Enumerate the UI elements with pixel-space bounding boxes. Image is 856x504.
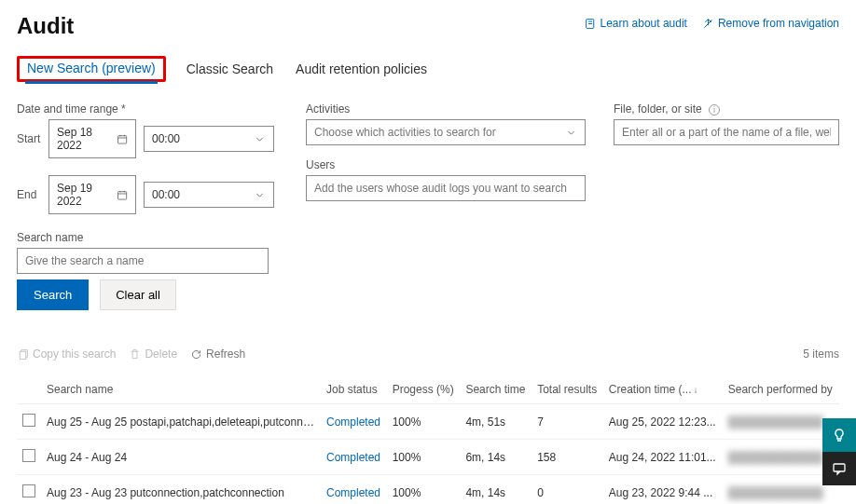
sort-down-icon: ↓: [694, 385, 698, 395]
cell-results: 0: [532, 475, 603, 505]
activities-select[interactable]: Choose which activities to search for: [306, 119, 586, 145]
col-name[interactable]: Search name: [41, 375, 321, 404]
tab-classic-search[interactable]: Classic Search: [185, 56, 275, 82]
cell-results: 7: [532, 404, 603, 440]
end-time-input[interactable]: 00:00: [144, 182, 274, 208]
row-checkbox[interactable]: [22, 484, 35, 497]
svg-rect-1: [117, 135, 126, 143]
start-date-value: Sep 18 2022: [57, 126, 117, 152]
copy-icon: [17, 348, 29, 361]
cell-progress: 100%: [387, 404, 461, 440]
end-date-value: Sep 19 2022: [57, 182, 117, 208]
col-results[interactable]: Total results: [532, 375, 603, 404]
highlight-box: New Search (preview): [17, 56, 166, 82]
unpin-icon: [702, 18, 714, 30]
start-time-input[interactable]: 00:00: [144, 126, 274, 152]
col-user[interactable]: Search performed by: [723, 375, 839, 404]
col-time[interactable]: Search time: [460, 375, 532, 404]
start-label: Start: [17, 132, 41, 145]
page-title: Audit: [17, 13, 74, 39]
cell-time: 4m, 51s: [460, 404, 532, 440]
cell-name: Aug 24 - Aug 24: [41, 440, 321, 475]
end-label: End: [17, 188, 41, 201]
table-row[interactable]: Aug 25 - Aug 25 postapi,patchapi,deletea…: [17, 404, 839, 440]
searchname-label: Search name: [17, 231, 278, 244]
results-table: Search name Job status Progess (%) Searc…: [17, 375, 839, 504]
search-name-input[interactable]: [17, 248, 269, 274]
activities-label: Activities: [306, 102, 586, 116]
cell-creation: Aug 23, 2022 9:44 ...: [603, 475, 723, 505]
cell-time: 6m, 14s: [460, 440, 532, 475]
tab-new-search[interactable]: New Search (preview): [25, 55, 158, 84]
chevron-down-icon: [254, 133, 266, 145]
cell-status[interactable]: Completed: [326, 486, 380, 499]
cell-name: Aug 23 - Aug 23 putconnection,patchconne…: [41, 475, 321, 505]
cell-progress: 100%: [387, 440, 461, 475]
cell-status[interactable]: Completed: [326, 415, 380, 429]
refresh-icon: [190, 348, 202, 361]
row-checkbox[interactable]: [22, 449, 35, 462]
learn-label: Learn about audit: [601, 17, 687, 30]
activities-placeholder: Choose which activities to search for: [314, 126, 496, 139]
calendar-icon: [117, 189, 128, 201]
tabs: New Search (preview) Classic Search Audi…: [17, 56, 839, 82]
book-icon: [585, 18, 597, 30]
start-time-value: 00:00: [152, 132, 180, 145]
svg-rect-3: [20, 351, 26, 359]
col-status[interactable]: Job status: [321, 375, 387, 404]
file-label: File, folder, or site i: [614, 102, 839, 116]
info-icon[interactable]: i: [709, 104, 720, 116]
start-date-input[interactable]: Sep 18 2022: [48, 119, 136, 158]
refresh-button[interactable]: Refresh: [190, 347, 245, 361]
cell-creation: Aug 24, 2022 11:01...: [603, 440, 723, 475]
cell-results: 158: [532, 440, 603, 475]
remove-from-nav-link[interactable]: Remove from navigation: [702, 17, 839, 30]
lightbulb-icon: [832, 428, 847, 443]
end-date-input[interactable]: Sep 19 2022: [48, 175, 136, 214]
cell-creation: Aug 25, 2022 12:23...: [603, 404, 723, 440]
chevron-down-icon: [254, 189, 266, 201]
remove-label: Remove from navigation: [718, 17, 839, 30]
feedback-button[interactable]: [822, 418, 856, 452]
table-row[interactable]: Aug 23 - Aug 23 putconnection,patchconne…: [17, 475, 839, 505]
svg-rect-2: [117, 191, 126, 198]
table-row[interactable]: Aug 24 - Aug 24Completed100%6m, 14s158Au…: [17, 440, 839, 475]
cell-status[interactable]: Completed: [326, 451, 380, 464]
calendar-icon: [117, 133, 128, 145]
svg-rect-4: [834, 464, 845, 471]
chat-icon: [832, 461, 847, 476]
cell-time: 4m, 14s: [460, 475, 532, 505]
chat-button[interactable]: [822, 452, 856, 485]
tab-retention[interactable]: Audit retention policies: [294, 56, 429, 82]
search-button[interactable]: Search: [17, 279, 89, 310]
item-count: 5 items: [803, 347, 839, 361]
users-input[interactable]: [306, 175, 586, 201]
clear-all-button[interactable]: Clear all: [100, 279, 176, 310]
file-input[interactable]: [614, 119, 839, 145]
date-range-label: Date and time range *: [17, 102, 278, 116]
chevron-down-icon: [565, 127, 577, 139]
delete-button: Delete: [129, 347, 177, 361]
cell-progress: 100%: [387, 475, 461, 505]
learn-about-audit-link[interactable]: Learn about audit: [585, 17, 687, 30]
trash-icon: [129, 348, 141, 361]
cell-name: Aug 25 - Aug 25 postapi,patchapi,deletea…: [41, 404, 321, 440]
end-time-value: 00:00: [152, 188, 180, 201]
users-label: Users: [306, 158, 586, 171]
row-checkbox[interactable]: [22, 414, 35, 427]
col-progress[interactable]: Progess (%): [387, 375, 461, 404]
copy-search-button: Copy this search: [17, 347, 116, 361]
col-creation[interactable]: Creation time (...↓: [603, 375, 723, 404]
